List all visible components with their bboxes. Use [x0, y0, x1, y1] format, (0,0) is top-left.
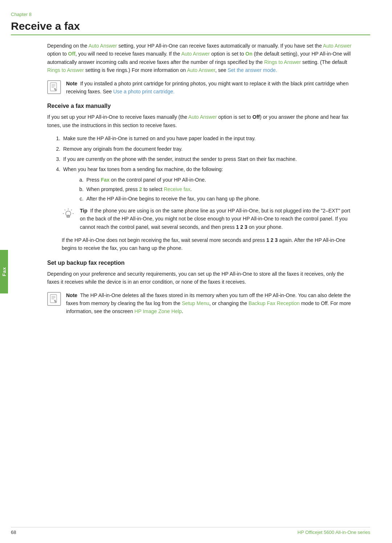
svg-rect-4	[54, 88, 57, 91]
svg-line-8	[65, 210, 65, 210]
backup-fax-ref: Backup Fax Reception	[249, 300, 300, 306]
lightbulb-icon	[62, 207, 75, 220]
note-2-label: Note	[66, 292, 77, 298]
note-1-label: Note	[66, 81, 77, 86]
substep-b: When prompted, press 2 to select Receive…	[85, 185, 356, 193]
section2-intro: Depending on your preference and securit…	[47, 270, 356, 286]
svg-rect-19	[54, 299, 57, 303]
setup-menu-ref: Setup Menu	[182, 300, 209, 306]
section1-intro: If you set up your HP All-in-One to rece…	[47, 113, 356, 129]
product-name: HP Officejet 5600 All-in-One series	[298, 530, 370, 535]
set-answer-mode-link[interactable]: Set the answer mode.	[228, 67, 277, 73]
off-ref2: Off	[253, 114, 260, 120]
note2-icon-svg	[49, 294, 59, 304]
tip-text: Tip If the phone you are using is on the…	[80, 207, 356, 231]
page: Fax Chapter 8 Receive a fax Depending on…	[0, 0, 392, 543]
note-box-2: Note The HP All-in-One deletes all the f…	[47, 291, 356, 316]
auto-answer-ref3: Auto Answer	[181, 51, 210, 57]
svg-line-6	[71, 210, 72, 210]
tip-label: Tip	[80, 208, 87, 214]
use-photo-cartridge-link[interactable]: Use a photo print cartridge.	[113, 89, 175, 94]
substeps-list: Press Fax on the control panel of your H…	[85, 176, 356, 203]
2-ref: 2	[139, 186, 142, 192]
on-ref1: On	[245, 51, 252, 57]
fax-ref: Fax	[101, 177, 110, 183]
123-ref2: 1 2 3	[266, 237, 278, 243]
auto-answer-ref1: Auto Answer	[89, 43, 117, 49]
note-box-1: Note If you installed a photo print cart…	[47, 80, 356, 96]
step-1: Make sure the HP All-in-One is turned on…	[62, 134, 356, 142]
footer: 68 HP Officejet 5600 All-in-One series	[11, 527, 370, 535]
note-icon-svg	[49, 82, 59, 92]
chapter-label: Chapter 8	[11, 12, 370, 17]
rings-to-answer-ref1: Rings to Answer	[264, 59, 301, 65]
receive-fax-ref: Receive fax	[164, 186, 190, 192]
intro-paragraph: Depending on the Auto Answer setting, yo…	[47, 42, 356, 74]
followup-paragraph: If the HP All-in-One does not begin rece…	[62, 236, 356, 252]
auto-answer-ref5: Auto Answer	[188, 114, 217, 120]
auto-answer-ref2: Auto Answer	[323, 43, 352, 49]
hp-image-zone-ref: HP Image Zone Help	[134, 308, 181, 314]
auto-answer-ref4: Auto Answer	[187, 67, 215, 73]
main-heading: Receive a fax	[11, 20, 370, 35]
side-tab: Fax	[0, 250, 8, 293]
note-1-text: Note If you installed a photo print cart…	[66, 80, 356, 96]
note-2-text: Note The HP All-in-One deletes all the f…	[66, 291, 356, 316]
svg-point-10	[66, 211, 71, 216]
note-icon-2	[47, 292, 61, 306]
section2-heading: Set up backup fax reception	[47, 260, 356, 266]
step-2: Remove any originals from the document f…	[62, 145, 356, 153]
page-number: 68	[11, 530, 16, 535]
123-ref1: 1 2 3	[236, 224, 247, 230]
step-4: When you hear fax tones from a sending f…	[62, 165, 356, 203]
off-ref1: Off	[68, 51, 75, 57]
substep-a: Press Fax on the control panel of your H…	[85, 176, 356, 184]
steps-list: Make sure the HP All-in-One is turned on…	[62, 134, 356, 203]
substep-c: After the HP All-in-One begins to receiv…	[85, 195, 356, 203]
main-content: Chapter 8 Receive a fax Depending on the…	[11, 0, 370, 344]
tip-icon	[62, 207, 75, 220]
step-3: If you are currently on the phone with t…	[62, 155, 356, 163]
section1-heading: Receive a fax manually	[47, 103, 356, 109]
tip-box: Tip If the phone you are using is on the…	[62, 207, 356, 231]
rings-to-answer-ref2: Rings to Answer	[47, 67, 84, 73]
note-icon-1	[47, 80, 61, 94]
side-tab-label: Fax	[1, 267, 7, 276]
